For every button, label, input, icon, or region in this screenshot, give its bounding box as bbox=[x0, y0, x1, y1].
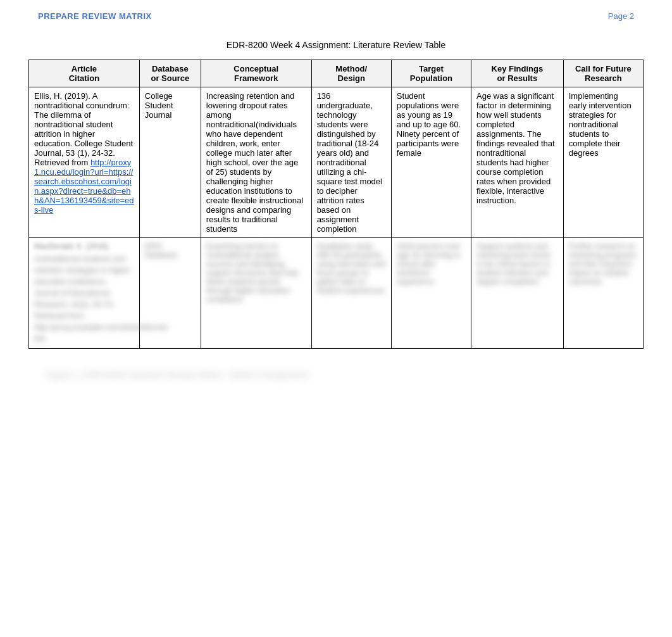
page-number: Page 2 bbox=[608, 11, 634, 21]
col-header-article: Article Citation bbox=[29, 60, 140, 87]
col-header-conceptual: Conceptual Framework bbox=[201, 60, 311, 87]
col-header-findings: Key Findings or Results bbox=[471, 60, 564, 87]
cell-call-2: Further research on mentoring programs a… bbox=[563, 238, 643, 349]
page-title: EDR-8200 Week 4 Assignment: Literature R… bbox=[0, 40, 672, 50]
cell-article-1: Ellis, H. (2019). A nontraditional conun… bbox=[29, 87, 140, 238]
table-row: MacDonald, K. (2018). nontraditional stu… bbox=[29, 238, 644, 349]
cell-findings-2: Support systems and mentoring were found… bbox=[471, 238, 564, 349]
cell-findings-1: Age was a significant factor in determin… bbox=[471, 87, 564, 238]
table-row: Ellis, H. (2019). A nontraditional conun… bbox=[29, 87, 644, 238]
col-header-database: Database or Source bbox=[139, 60, 201, 87]
cell-method-1: 136 undergraduate, technology students w… bbox=[311, 87, 391, 238]
cell-call-1: Implementing early intervention strategi… bbox=[563, 87, 643, 238]
cell-database-2: ERIC Database bbox=[139, 238, 201, 349]
cell-article-2: MacDonald, K. (2018). nontraditional stu… bbox=[29, 238, 140, 349]
cell-conceptual-2: Examining barriers to nontraditional stu… bbox=[201, 238, 311, 349]
cell-database-1: College Student Journal bbox=[139, 87, 201, 238]
review-table-container: Article Citation Database or Source Conc… bbox=[28, 60, 644, 349]
review-table: Article Citation Database or Source Conc… bbox=[28, 60, 644, 349]
cell-target-2: Adult learners over age 25 returning to … bbox=[391, 238, 471, 349]
cell-conceptual-1: Increasing retention and lowering dropou… bbox=[201, 87, 311, 238]
col-header-call: Call for Future Research bbox=[563, 60, 643, 87]
cell-method-2: Qualitative study with 50 participants u… bbox=[311, 238, 391, 349]
col-header-method: Method/ Design bbox=[311, 60, 391, 87]
cell-target-1: Student populations were as young as 19 … bbox=[391, 87, 471, 238]
col-header-target: Target Population bbox=[391, 60, 471, 87]
article-text-1: Ellis, H. (2019). A nontraditional conun… bbox=[34, 91, 133, 167]
header-left-label: PREPARE REVIEW MATRIX bbox=[38, 11, 152, 21]
bottom-blurred-content: Figure 1. EDR-8200 Literature Review Mat… bbox=[0, 349, 672, 388]
